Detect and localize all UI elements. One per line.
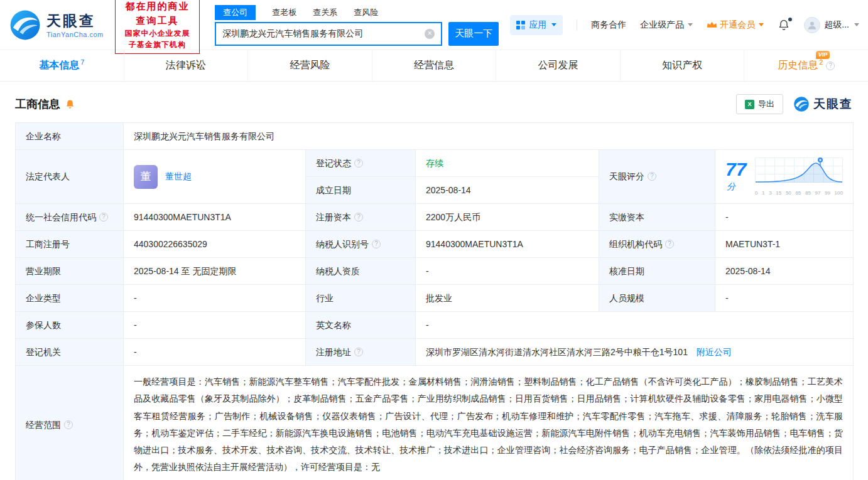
header-menu: 应用 商务合作 企业级产品 开通会员 [510,15,859,35]
search-tab-risk[interactable]: 查风险 [354,6,378,19]
business-term: 2025-08-14 至 无固定期限 [124,258,306,285]
established-label: 成立日期 [306,177,416,204]
table-row: 经营范围 一般经营项目是：汽车销售；新能源汽车整车销售；汽车零配件批发；金属材料… [16,366,854,480]
clear-search-icon[interactable]: × [425,29,435,39]
help-icon[interactable] [354,159,363,168]
company-type-label: 企业类型 [16,285,124,312]
taxpayer-id: 91440300MAETUN3T1A [416,231,599,258]
reg-capital: 2200万人民币 [416,204,599,231]
excel-icon [745,100,754,109]
open-membership-button[interactable]: 开通会员 [707,19,764,31]
help-icon[interactable] [665,240,674,248]
reg-authority: - [124,339,306,366]
slogan-badge: 都在用的商业查询工具 国家中小企业发展子基金旗下机构 [115,0,200,54]
reg-address-cell: 深圳市罗湖区清水河街道清水河社区清水河三路2号中粮干仓1号101 附近公司 [416,339,854,366]
tab-label: 经营风险 [290,59,330,72]
business-scope-cell: 一般经营项目是：汽车销售；新能源汽车整车销售；汽车零配件批发；金属材料销售；润滑… [124,366,854,480]
org-code: MAETUN3T-1 [715,231,854,258]
search-input[interactable] [222,29,425,39]
tab-label: 法律诉讼 [166,59,206,72]
menu-enterprise-products[interactable]: 企业级产品 [640,19,693,31]
taxpayer-id-label: 纳税人识别号 [306,231,416,258]
business-scope: 一般经营项目是：汽车销售；新能源汽车整车销售；汽车零配件批发；金属材料销售；润滑… [134,370,843,480]
notification-dot [788,18,792,21]
tab-count: 7 [80,58,84,66]
table-row: 工商注册号 440300226635029 纳税人识别号 91440300MAE… [16,231,854,258]
help-icon[interactable] [826,61,835,70]
reg-authority-label: 登记机关 [16,339,124,366]
reg-number: 440300226635029 [124,231,306,258]
nearby-companies-link[interactable]: 附近公司 [697,347,732,357]
staff-size: - [715,285,854,312]
tab-label: 基本信息 [39,59,79,72]
help-icon[interactable] [648,172,656,181]
tab-legal-proceedings[interactable]: 法律诉讼 [124,50,249,81]
search-box: × [215,22,442,46]
tab-history-info[interactable]: VIP 历史信息 2 [744,50,868,81]
company-name: 深圳鹏龙兴元汽车销售服务有限公司 [124,123,854,150]
watermark-brand: 天眼查 [813,96,853,112]
help-icon[interactable] [64,420,73,429]
help-icon[interactable] [354,348,363,356]
tab-business-info[interactable]: 经营信息 [372,50,497,81]
help-icon[interactable] [354,213,363,221]
credit-code: 91440300MAETUN3T1A [124,204,306,231]
username: 超级... [824,19,849,31]
established-date: 2025-08-14 [416,177,599,204]
search-tab-relation[interactable]: 查关系 [313,6,337,19]
reg-status-label: 登记状态 [306,150,416,177]
chevron-down-icon [551,23,556,26]
table-row: 登记机关 - 注册地址 深圳市罗湖区清水河街道清水河社区清水河三路2号中粮干仓1… [16,339,854,366]
company-nav-tabs: 基本信息 7 法律诉讼 经营风险 经营信息 公司发展 知识产权 VIP 历史信息… [0,50,868,82]
insured-count-label: 参保人数 [16,312,124,339]
taxpayer-quality-label: 纳税人资质 [306,258,416,285]
user-avatar [804,17,820,33]
help-icon[interactable] [372,240,381,248]
english-name: - [416,312,854,339]
score-label: 天眼评分 [599,150,715,204]
tab-label: 知识产权 [662,59,702,72]
legal-rep-label: 法定代表人 [16,150,124,204]
score-cell[interactable]: 77分 [715,150,854,204]
tab-company-development[interactable]: 公司发展 [496,50,621,81]
insured-count: - [124,312,306,339]
taxpayer-quality: - [416,258,599,285]
tab-label: 公司发展 [538,59,578,72]
notification-bell-icon[interactable] [778,19,790,31]
paid-capital-label: 实缴资本 [599,204,715,231]
announcement-bell-icon[interactable] [65,99,75,110]
tianyancha-watermark-logo: 天眼查 [793,96,853,112]
search-button[interactable]: 天眼一下 [448,22,499,46]
english-name-label: 英文名称 [306,312,416,339]
table-row: 企业名称 深圳鹏龙兴元汽车销售服务有限公司 [16,123,854,150]
table-row: 参保人数 - 英文名称 - [16,312,854,339]
help-icon[interactable] [99,213,108,221]
search-tab-boss[interactable]: 查老板 [272,6,296,19]
membership-label: 开通会员 [720,19,755,31]
score-value: 77分 [725,160,755,194]
export-button[interactable]: 导出 [736,94,783,114]
tab-intellectual-property[interactable]: 知识产权 [621,50,745,81]
reg-address: 深圳市罗湖区清水河街道清水河社区清水河三路2号中粮干仓1号101 [426,347,688,357]
credit-code-label: 统一社会信用代码 [16,204,124,231]
tianyancha-logo[interactable]: 天眼查 TianYanCha.com [9,9,104,41]
user-menu[interactable]: 超级... [804,17,859,33]
reg-capital-label: 注册资本 [306,204,416,231]
export-label: 导出 [758,99,774,110]
brand-domain: TianYanCha.com [46,31,104,38]
status-badge: 存续 [426,158,443,168]
tianyancha-logo-icon [9,9,41,41]
menu-cooperation[interactable]: 商务合作 [591,19,626,31]
section-header: 工商信息 导出 天眼查 [15,94,853,114]
legal-rep-avatar[interactable]: 董 [134,165,158,189]
tab-operational-risk[interactable]: 经营风险 [248,50,372,81]
company-name-label: 企业名称 [16,123,124,150]
apps-button[interactable]: 应用 [510,15,563,35]
industry: 批发业 [416,285,599,312]
staff-size-label: 人员规模 [599,285,715,312]
legal-rep-link[interactable]: 董世超 [165,169,192,183]
score-chart-ticks: 01 315 5065 8597 99100 [755,189,843,198]
approval-date-label: 核准日期 [599,258,715,285]
tab-basic-info[interactable]: 基本信息 7 [0,50,124,81]
search-tab-company[interactable]: 查公司 [215,5,256,20]
